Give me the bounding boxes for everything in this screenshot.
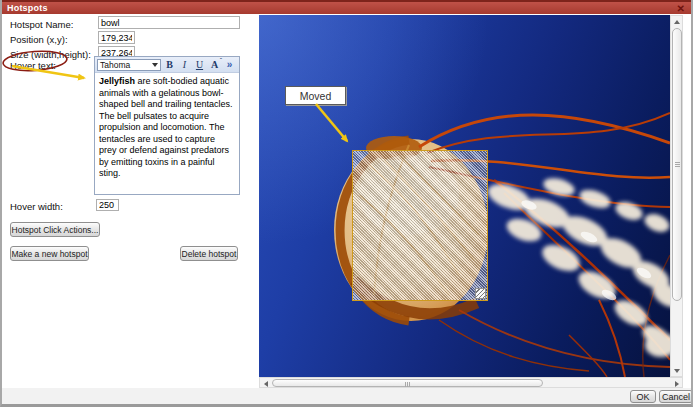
close-icon[interactable]: ✕ [677,2,685,15]
font-family-value: Tahoma [100,60,130,70]
position-input[interactable] [98,31,135,44]
make-new-hotspot-button[interactable]: Make a new hotspot [10,246,89,261]
hover-text-editor: Tahoma B I U Aˆ » Jellyfish are soft-bod… [94,56,240,195]
hotspot-click-actions-button[interactable]: Hotspot Click Actions... [10,222,100,237]
editor-toolbar: Tahoma B I U Aˆ » [95,57,239,73]
hover-text-body: are soft-bodied aquatic animals with a g… [99,76,233,178]
dialog-footer [2,388,691,405]
resize-handle-icon[interactable] [475,288,486,299]
cancel-button[interactable]: Cancel [659,390,693,403]
jellyfish-oral-arms [485,175,670,357]
ok-button[interactable]: OK [630,390,656,403]
dropdown-arrow-icon [152,63,158,67]
hotspot-name-label: Hotspot Name: [10,19,73,30]
hover-width-label: Hover width: [10,201,63,212]
underline-icon[interactable]: U [193,58,206,71]
hotspots-dialog: Hotspots ✕ Hotspot Name: Position (x,y):… [0,0,693,407]
hover-width-input[interactable] [96,199,119,211]
vertical-scrollbar-thumb[interactable] [672,28,682,301]
hover-text-label: Hover text: [10,60,56,71]
hover-text-bold-word: Jellyfish [99,76,135,86]
position-label: Position (x,y): [10,34,68,45]
horizontal-scrollbar[interactable] [259,377,683,388]
scroll-up-icon[interactable] [671,16,682,27]
size-label: Size (width,height): [10,49,91,60]
hotspot-selection-region[interactable] [352,150,488,301]
more-tools-icon[interactable]: » [223,58,236,71]
scroll-grip-icon [675,162,680,168]
dialog-title: Hotspots [7,3,48,13]
moved-annotation-label: Moved [285,86,346,105]
font-size-icon[interactable]: Aˆ [208,58,221,71]
scroll-down-icon[interactable] [671,365,682,376]
bold-icon[interactable]: B [163,58,176,71]
delete-hotspot-button[interactable]: Delete hotspot [180,246,238,261]
font-family-select[interactable]: Tahoma [97,59,161,71]
dialog-title-bar[interactable]: Hotspots ✕ [2,0,691,14]
hotspot-name-input[interactable] [98,16,240,29]
italic-icon[interactable]: I [178,58,191,71]
moved-annotation-text: Moved [300,90,332,102]
hover-text-area[interactable]: Jellyfish are soft-bodied aquatic animal… [95,73,239,194]
font-size-caret-icon: ˆ [220,54,222,67]
scroll-grip-icon [405,382,411,387]
horizontal-scrollbar-thumb[interactable] [272,379,543,387]
vertical-scrollbar[interactable] [670,15,683,377]
